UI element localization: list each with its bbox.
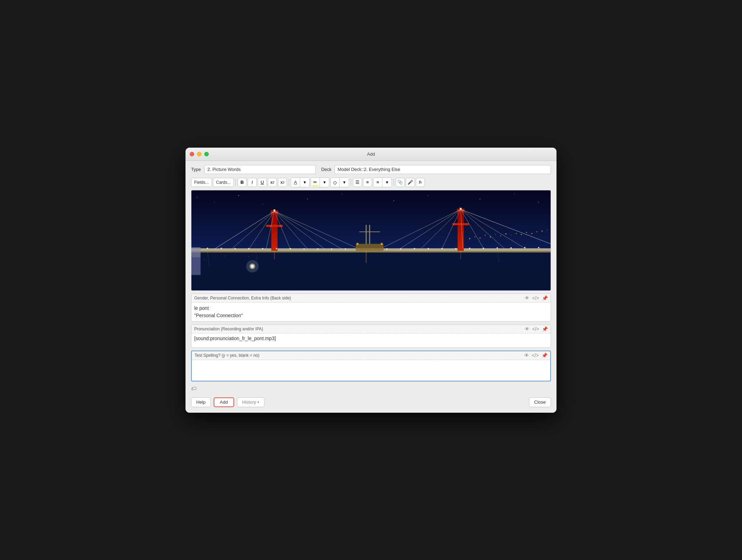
pronunciation-field-icons: 👁 </> 📌 bbox=[525, 326, 548, 332]
svg-point-1 bbox=[469, 238, 470, 239]
numbered-list-button[interactable]: ≡ bbox=[363, 178, 372, 187]
svg-point-84 bbox=[381, 242, 383, 245]
eraser-dropdown[interactable]: ▾ bbox=[340, 178, 349, 187]
code-icon-2[interactable]: </> bbox=[532, 326, 539, 332]
svg-point-12 bbox=[526, 232, 527, 233]
align-dropdown[interactable]: ▾ bbox=[382, 178, 391, 187]
highlight-group: ✏ ▾ bbox=[311, 178, 329, 187]
svg-point-69 bbox=[455, 248, 456, 249]
deck-select[interactable]: Model Deck::2. Everything Else bbox=[335, 165, 551, 174]
spelling-field: Test Spelling? (y = yes, blank = no) 👁 <… bbox=[191, 351, 551, 381]
toolbar-separator-2 bbox=[289, 179, 289, 186]
close-button[interactable]: Close bbox=[529, 397, 551, 407]
svg-point-51 bbox=[207, 247, 208, 249]
svg-point-52 bbox=[221, 247, 222, 249]
fields-button[interactable]: Fields... bbox=[191, 178, 212, 187]
bold-button[interactable]: B bbox=[238, 178, 247, 187]
svg-point-96 bbox=[197, 197, 197, 197]
align-button[interactable]: ≡ bbox=[373, 178, 382, 187]
svg-point-54 bbox=[248, 248, 249, 249]
record-button[interactable]: 🎤 bbox=[406, 178, 415, 187]
window-title: Add bbox=[367, 151, 375, 157]
type-label: Type bbox=[191, 167, 201, 172]
gender-field-icons: 👁 </> 📌 bbox=[525, 295, 548, 301]
subscript-button[interactable]: x2 bbox=[278, 178, 287, 187]
svg-point-6 bbox=[495, 234, 496, 235]
svg-point-67 bbox=[428, 248, 429, 249]
add-button[interactable]: Add bbox=[214, 397, 234, 407]
spelling-field-label: Test Spelling? (y = yes, blank = no) bbox=[195, 353, 259, 358]
svg-point-93 bbox=[251, 265, 254, 267]
pin-icon[interactable]: 📌 bbox=[542, 295, 548, 301]
content-area: Type 2. Picture Words Deck Model Deck::2… bbox=[186, 161, 556, 413]
svg-point-83 bbox=[356, 242, 358, 245]
svg-point-78 bbox=[460, 207, 462, 209]
eraser-button[interactable]: ◇ bbox=[331, 178, 340, 187]
eye-icon-3[interactable]: 👁 bbox=[524, 353, 529, 358]
svg-point-53 bbox=[234, 248, 236, 249]
toolbar-separator-3 bbox=[351, 179, 351, 186]
eye-icon[interactable]: 👁 bbox=[525, 295, 529, 301]
spelling-field-content[interactable] bbox=[192, 360, 550, 381]
history-dropdown-arrow: ▾ bbox=[257, 400, 259, 404]
svg-point-59 bbox=[317, 248, 319, 249]
underline-button[interactable]: U bbox=[258, 178, 267, 187]
svg-point-16 bbox=[547, 230, 547, 230]
svg-point-101 bbox=[342, 193, 343, 194]
svg-point-97 bbox=[214, 202, 215, 203]
svg-point-71 bbox=[483, 247, 484, 249]
code-icon[interactable]: </> bbox=[532, 295, 539, 301]
gender-field: Gender, Personal Connection, Extra Info … bbox=[191, 294, 551, 322]
highlight-dropdown[interactable]: ▾ bbox=[320, 178, 329, 187]
pin-icon-3[interactable]: 📌 bbox=[542, 353, 547, 358]
svg-point-77 bbox=[273, 209, 275, 211]
toolbar-separator-1 bbox=[236, 179, 236, 186]
svg-point-60 bbox=[331, 248, 332, 249]
minimize-button[interactable] bbox=[197, 152, 201, 156]
history-button[interactable]: History ▾ bbox=[237, 397, 264, 407]
superscript-button[interactable]: x2 bbox=[268, 178, 277, 187]
svg-point-58 bbox=[303, 248, 305, 249]
svg-point-99 bbox=[262, 204, 263, 204]
gender-line2: "Personal Connection" bbox=[194, 312, 548, 319]
pronunciation-field: Pronunciation (Recording and/or IPA) 👁 <… bbox=[191, 324, 551, 348]
svg-point-61 bbox=[345, 248, 346, 249]
font-color-dropdown[interactable]: ▾ bbox=[300, 178, 309, 187]
cards-button[interactable]: Cards... bbox=[213, 178, 234, 187]
svg-point-2 bbox=[474, 236, 475, 237]
pronunciation-field-content[interactable]: [sound:pronunciation_fr_le_pont.mp3] bbox=[191, 333, 551, 347]
main-window: Add Type 2. Picture Words Deck Model Dec… bbox=[186, 148, 556, 413]
highlight-button[interactable]: ✏ bbox=[311, 178, 320, 187]
svg-point-70 bbox=[469, 247, 470, 249]
font-color-button[interactable]: A bbox=[291, 178, 300, 187]
svg-point-57 bbox=[290, 248, 291, 249]
gender-field-content[interactable]: le pont "Personal Connection" bbox=[191, 303, 551, 321]
svg-point-3 bbox=[479, 237, 481, 239]
align-group: ≡ ▾ bbox=[373, 178, 392, 187]
italic-button[interactable]: I bbox=[248, 178, 257, 187]
help-button[interactable]: Help bbox=[191, 397, 211, 407]
svg-point-13 bbox=[531, 233, 533, 234]
tag-row: 🏷 bbox=[191, 384, 551, 393]
titlebar: Add bbox=[186, 148, 556, 161]
formula-button[interactable]: fx bbox=[416, 178, 425, 187]
type-select[interactable]: 2. Picture Words bbox=[204, 165, 316, 174]
maximize-button[interactable] bbox=[204, 152, 209, 156]
pin-icon-2[interactable]: 📌 bbox=[542, 326, 548, 332]
svg-rect-32 bbox=[452, 223, 469, 225]
svg-point-98 bbox=[238, 195, 239, 196]
attach-button[interactable]: 📎 bbox=[396, 178, 405, 187]
history-label: History bbox=[242, 400, 256, 405]
svg-point-104 bbox=[480, 198, 480, 199]
eye-icon-2[interactable]: 👁 bbox=[525, 326, 529, 332]
eraser-group: ◇ ▾ bbox=[330, 178, 349, 187]
underline-label: U bbox=[261, 180, 264, 185]
picture-field[interactable] bbox=[191, 190, 551, 291]
code-icon-3[interactable]: </> bbox=[532, 353, 539, 358]
bullet-list-button[interactable]: ☰ bbox=[353, 178, 362, 187]
close-button[interactable] bbox=[190, 152, 194, 156]
bottom-bar: Help Add History ▾ Close bbox=[191, 396, 551, 409]
spelling-field-header: Test Spelling? (y = yes, blank = no) 👁 <… bbox=[192, 351, 550, 360]
svg-point-14 bbox=[536, 231, 537, 232]
gender-field-header: Gender, Personal Connection, Extra Info … bbox=[191, 294, 551, 303]
